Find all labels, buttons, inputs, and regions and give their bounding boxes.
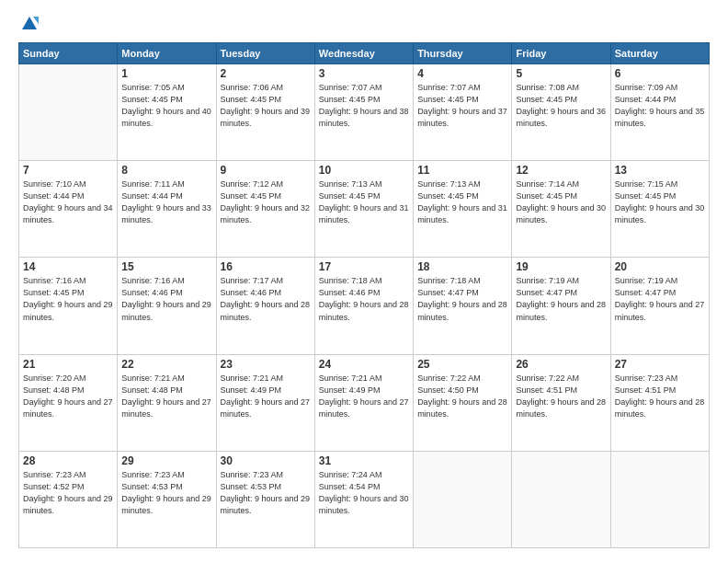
- day-info: Sunrise: 7:12 AMSunset: 4:45 PMDaylight:…: [221, 178, 311, 226]
- day-number: 14: [23, 260, 113, 273]
- day-info: Sunrise: 7:21 AMSunset: 4:49 PMDaylight:…: [221, 373, 311, 420]
- day-number: 19: [516, 260, 606, 273]
- day-number: 28: [23, 454, 113, 467]
- day-number: 26: [516, 358, 606, 371]
- day-cell: [512, 451, 610, 547]
- header: [18, 15, 710, 33]
- day-info: Sunrise: 7:13 AMSunset: 4:45 PMDaylight:…: [319, 178, 409, 226]
- day-number: 4: [417, 67, 507, 80]
- day-number: 21: [23, 358, 113, 371]
- day-number: 29: [121, 454, 211, 467]
- day-cell: 30Sunrise: 7:23 AMSunset: 4:53 PMDayligh…: [216, 451, 314, 547]
- day-cell: 4Sunrise: 7:07 AMSunset: 4:45 PMDaylight…: [414, 64, 512, 161]
- day-header-tuesday: Tuesday: [216, 43, 314, 64]
- week-row-1: 1Sunrise: 7:05 AMSunset: 4:45 PMDaylight…: [19, 64, 710, 161]
- day-number: 23: [221, 358, 311, 371]
- day-number: 5: [516, 67, 606, 80]
- day-cell: 22Sunrise: 7:21 AMSunset: 4:48 PMDayligh…: [118, 354, 216, 451]
- calendar-header-row: SundayMondayTuesdayWednesdayThursdayFrid…: [19, 43, 710, 64]
- day-cell: 21Sunrise: 7:20 AMSunset: 4:48 PMDayligh…: [19, 354, 118, 451]
- day-number: 18: [417, 260, 507, 273]
- calendar: SundayMondayTuesdayWednesdayThursdayFrid…: [18, 42, 710, 548]
- day-info: Sunrise: 7:23 AMSunset: 4:53 PMDaylight:…: [121, 469, 211, 517]
- day-info: Sunrise: 7:18 AMSunset: 4:46 PMDaylight:…: [319, 275, 409, 323]
- day-cell: 27Sunrise: 7:23 AMSunset: 4:51 PMDayligh…: [610, 354, 709, 451]
- day-cell: 31Sunrise: 7:24 AMSunset: 4:54 PMDayligh…: [314, 451, 413, 547]
- day-info: Sunrise: 7:19 AMSunset: 4:47 PMDaylight:…: [615, 275, 705, 323]
- day-cell: 24Sunrise: 7:21 AMSunset: 4:49 PMDayligh…: [314, 354, 413, 451]
- day-number: 15: [121, 260, 211, 273]
- day-cell: 7Sunrise: 7:10 AMSunset: 4:44 PMDaylight…: [19, 161, 118, 258]
- day-cell: 10Sunrise: 7:13 AMSunset: 4:45 PMDayligh…: [314, 161, 413, 258]
- day-cell: 19Sunrise: 7:19 AMSunset: 4:47 PMDayligh…: [512, 258, 610, 354]
- day-number: 30: [221, 454, 311, 467]
- day-cell: 15Sunrise: 7:16 AMSunset: 4:46 PMDayligh…: [118, 258, 216, 354]
- logo: [18, 15, 39, 33]
- day-cell: 1Sunrise: 7:05 AMSunset: 4:45 PMDaylight…: [118, 64, 216, 161]
- day-cell: 14Sunrise: 7:16 AMSunset: 4:45 PMDayligh…: [19, 258, 118, 354]
- week-row-2: 7Sunrise: 7:10 AMSunset: 4:44 PMDaylight…: [19, 161, 710, 258]
- week-row-4: 21Sunrise: 7:20 AMSunset: 4:48 PMDayligh…: [19, 354, 710, 451]
- day-info: Sunrise: 7:21 AMSunset: 4:49 PMDaylight:…: [319, 373, 409, 420]
- day-cell: 23Sunrise: 7:21 AMSunset: 4:49 PMDayligh…: [216, 354, 314, 451]
- day-cell: 9Sunrise: 7:12 AMSunset: 4:45 PMDaylight…: [216, 161, 314, 258]
- day-info: Sunrise: 7:07 AMSunset: 4:45 PMDaylight:…: [319, 82, 409, 130]
- day-cell: 20Sunrise: 7:19 AMSunset: 4:47 PMDayligh…: [610, 258, 709, 354]
- svg-marker-1: [33, 17, 39, 24]
- day-number: 20: [615, 260, 705, 273]
- day-number: 9: [221, 164, 311, 177]
- day-cell: 6Sunrise: 7:09 AMSunset: 4:44 PMDaylight…: [610, 64, 709, 161]
- day-info: Sunrise: 7:22 AMSunset: 4:50 PMDaylight:…: [417, 373, 507, 420]
- day-number: 22: [121, 358, 211, 371]
- day-cell: 16Sunrise: 7:17 AMSunset: 4:46 PMDayligh…: [216, 258, 314, 354]
- day-info: Sunrise: 7:08 AMSunset: 4:45 PMDaylight:…: [516, 82, 606, 130]
- day-cell: 3Sunrise: 7:07 AMSunset: 4:45 PMDaylight…: [314, 64, 413, 161]
- day-info: Sunrise: 7:16 AMSunset: 4:46 PMDaylight:…: [121, 275, 211, 323]
- day-info: Sunrise: 7:23 AMSunset: 4:52 PMDaylight:…: [23, 469, 113, 517]
- logo-icon: [20, 15, 39, 33]
- day-header-sunday: Sunday: [19, 43, 118, 64]
- day-number: 11: [417, 164, 507, 177]
- day-header-monday: Monday: [118, 43, 216, 64]
- day-info: Sunrise: 7:09 AMSunset: 4:44 PMDaylight:…: [615, 82, 705, 130]
- page: SundayMondayTuesdayWednesdayThursdayFrid…: [0, 0, 728, 563]
- day-cell: [610, 451, 709, 547]
- day-info: Sunrise: 7:10 AMSunset: 4:44 PMDaylight:…: [23, 178, 113, 226]
- day-info: Sunrise: 7:23 AMSunset: 4:51 PMDaylight:…: [615, 373, 705, 420]
- day-cell: 29Sunrise: 7:23 AMSunset: 4:53 PMDayligh…: [118, 451, 216, 547]
- day-info: Sunrise: 7:19 AMSunset: 4:47 PMDaylight:…: [516, 275, 606, 323]
- day-info: Sunrise: 7:17 AMSunset: 4:46 PMDaylight:…: [221, 275, 311, 323]
- day-info: Sunrise: 7:16 AMSunset: 4:45 PMDaylight:…: [23, 275, 113, 323]
- day-cell: 28Sunrise: 7:23 AMSunset: 4:52 PMDayligh…: [19, 451, 118, 547]
- day-info: Sunrise: 7:24 AMSunset: 4:54 PMDaylight:…: [319, 469, 409, 517]
- day-number: 13: [615, 164, 705, 177]
- day-info: Sunrise: 7:06 AMSunset: 4:45 PMDaylight:…: [221, 82, 311, 130]
- day-info: Sunrise: 7:14 AMSunset: 4:45 PMDaylight:…: [516, 178, 606, 226]
- week-row-5: 28Sunrise: 7:23 AMSunset: 4:52 PMDayligh…: [19, 451, 710, 547]
- day-number: 16: [221, 260, 311, 273]
- day-info: Sunrise: 7:23 AMSunset: 4:53 PMDaylight:…: [221, 469, 311, 517]
- week-row-3: 14Sunrise: 7:16 AMSunset: 4:45 PMDayligh…: [19, 258, 710, 354]
- day-cell: 12Sunrise: 7:14 AMSunset: 4:45 PMDayligh…: [512, 161, 610, 258]
- day-cell: 18Sunrise: 7:18 AMSunset: 4:47 PMDayligh…: [414, 258, 512, 354]
- day-info: Sunrise: 7:18 AMSunset: 4:47 PMDaylight:…: [417, 275, 507, 323]
- day-number: 3: [319, 67, 409, 80]
- day-number: 24: [319, 358, 409, 371]
- day-number: 10: [319, 164, 409, 177]
- day-cell: 13Sunrise: 7:15 AMSunset: 4:45 PMDayligh…: [610, 161, 709, 258]
- day-info: Sunrise: 7:21 AMSunset: 4:48 PMDaylight:…: [121, 373, 211, 420]
- day-number: 31: [319, 454, 409, 467]
- day-number: 27: [615, 358, 705, 371]
- day-info: Sunrise: 7:20 AMSunset: 4:48 PMDaylight:…: [23, 373, 113, 420]
- day-info: Sunrise: 7:11 AMSunset: 4:44 PMDaylight:…: [121, 178, 211, 226]
- day-number: 2: [221, 67, 311, 80]
- day-cell: [19, 64, 118, 161]
- day-header-friday: Friday: [512, 43, 610, 64]
- day-number: 25: [417, 358, 507, 371]
- day-info: Sunrise: 7:13 AMSunset: 4:45 PMDaylight:…: [417, 178, 507, 226]
- day-cell: 5Sunrise: 7:08 AMSunset: 4:45 PMDaylight…: [512, 64, 610, 161]
- day-info: Sunrise: 7:22 AMSunset: 4:51 PMDaylight:…: [516, 373, 606, 420]
- day-number: 6: [615, 67, 705, 80]
- day-header-wednesday: Wednesday: [314, 43, 413, 64]
- day-number: 17: [319, 260, 409, 273]
